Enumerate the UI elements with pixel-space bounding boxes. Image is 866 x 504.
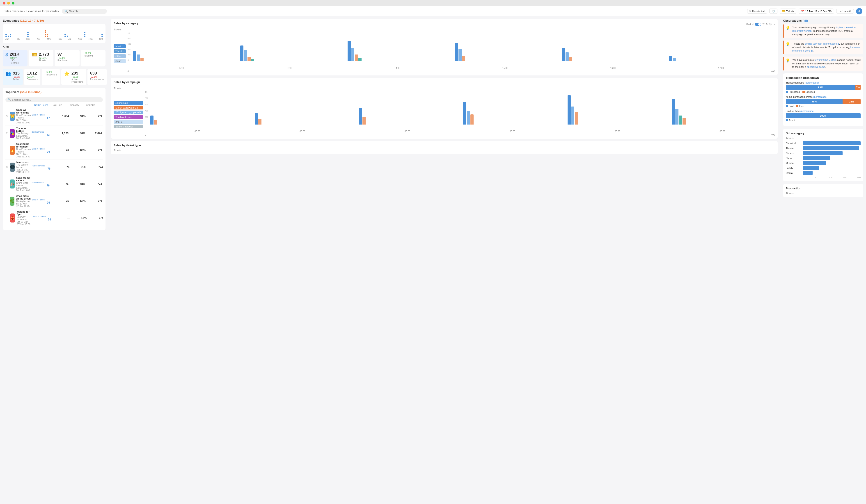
kpi-row-2: 👥 913 -15.2% Active 1,012 +22.1% Custome…	[3, 69, 106, 85]
purchased-bar: 93%	[786, 85, 855, 90]
event-sold: Sold in Period 76	[32, 198, 50, 204]
shortlist-search[interactable]: 🔍 Shortlist events...	[5, 97, 103, 102]
bar-group-1200	[133, 51, 239, 61]
performances-value: 639	[90, 71, 104, 76]
event-sold: Sold in Period 76	[33, 215, 51, 221]
history-icon: 🕐	[772, 10, 775, 13]
event-capacity: 91%	[70, 165, 86, 169]
bar-group-1300	[240, 46, 346, 61]
campaign-2for1[interactable]: 2 for 1	[114, 120, 143, 124]
campaign-youth[interactable]: Youth outreach	[114, 115, 143, 119]
category-theatre[interactable]: Theatre	[114, 49, 126, 53]
sales-by-category: Sales by category Period ▽ ↻ ⓘ ··· Ticke…	[111, 19, 778, 76]
info-icon[interactable]: ⓘ	[769, 23, 771, 26]
event-total-sold: 76	[51, 182, 68, 185]
event-sold: Sold in Period 76	[32, 147, 50, 153]
period-toggle-switch[interactable]	[755, 23, 761, 26]
obs-text-1: Your current campaign has significantly …	[792, 26, 862, 36]
search-input[interactable]	[69, 10, 104, 13]
search-box[interactable]: 🔍	[62, 9, 107, 14]
maximize-button[interactable]	[12, 2, 14, 4]
event-row[interactable]: ⛵ Seas are for sailors Grand Vista theat…	[5, 175, 103, 193]
returned-label: Returned	[84, 55, 103, 57]
sub-category-list: Classical Theatre Concert Show Musical	[786, 141, 861, 175]
obs-link-3[interactable]: increase the price in zone B	[792, 46, 860, 52]
refresh-icon[interactable]: ↻	[766, 23, 768, 26]
period-toggle[interactable]: Period ▽ ↻ ⓘ ···	[746, 23, 775, 26]
event-bar: 100%	[786, 113, 861, 118]
tickets-button[interactable]: 🎫 Tickets	[780, 9, 796, 14]
event-row[interactable]: 3 🌑 In absence The culture house Sat 12 …	[5, 159, 103, 175]
bar-group-1400	[347, 41, 454, 61]
active-change: -15.2%	[13, 76, 20, 78]
category-other[interactable]: Other	[114, 54, 126, 58]
revenue-value: 201K	[10, 52, 19, 57]
history-button[interactable]: 🕐	[769, 9, 777, 14]
event-available: 774	[87, 165, 103, 169]
sub-cat-concert: Concert	[786, 151, 861, 155]
event-total-sold: 1,634	[51, 115, 69, 118]
event-row[interactable]: 5 👑 Once we were kings New Poseidon Thea…	[5, 107, 103, 125]
minimize-button[interactable]	[7, 2, 10, 4]
titlebar	[0, 0, 866, 6]
returned-change: +22.1%	[84, 52, 103, 55]
title-text: Sales overview	[3, 10, 23, 13]
event-total-sold: 1,123	[51, 132, 68, 135]
performances-change: -22.1%	[90, 76, 104, 78]
event-row[interactable]: 🎪 Waiting for April Gateway showroom Sat…	[5, 209, 103, 227]
campaign-bar-1	[150, 115, 254, 125]
event-capacity: 83%	[70, 149, 86, 152]
category-sport[interactable]: Sport	[114, 59, 126, 63]
tickets-label-kpi: Tickets	[39, 59, 49, 62]
kpi-active: 👥 913 -15.2% Active	[3, 69, 23, 85]
main-content: Event dates (18.2.'19 - 7.3.'19)	[0, 16, 866, 504]
more-icon[interactable]: ···	[773, 23, 775, 26]
event-thumbnail: 👑	[10, 112, 15, 121]
tickets-change: +21.2%	[39, 57, 49, 59]
event-row[interactable]: 🔥 Gearing up for danger New Poseidon The…	[5, 141, 103, 159]
date-range-button[interactable]: 📅 17 Jan. '19 - 18 Jan. '19	[799, 9, 834, 14]
ticket-icon: 🎫	[782, 10, 785, 13]
deselect-all-button[interactable]: ✕ Deselect all	[747, 9, 767, 13]
paid-bar: 76%	[786, 99, 843, 104]
top-events-section: Top Event (sold in Period) 🔍 Shortlist e…	[3, 88, 106, 230]
productions-label: Productions	[71, 81, 84, 83]
event-available: 774	[86, 182, 102, 185]
filter-icon[interactable]: ▽	[763, 23, 764, 26]
event-dates-section: Event dates (18.2.'19 - 7.3.'19)	[3, 19, 106, 43]
page-title: Sales overview - Ticket sales for yester…	[3, 10, 59, 13]
event-capacity: 48%	[69, 182, 85, 185]
ticket-type-title: Sales by ticket type	[114, 144, 775, 147]
event-row[interactable]: 2 🎭 The new purple The Railway Sat 12 Ma…	[5, 125, 103, 141]
kpis-label: KPIs	[3, 45, 106, 48]
observation-2: 💡 Tickets are selling very fast in price…	[783, 40, 863, 54]
obs-link-2[interactable]: selling very fast in price zone B	[805, 42, 839, 45]
event-total-sold: 76	[51, 199, 69, 203]
sales-by-campaign: Sales by campaign Tickets Spring sale Ma…	[111, 78, 778, 139]
period-button[interactable]: ···· 1 month	[836, 9, 854, 14]
purchased-value: 97	[57, 52, 77, 57]
rank-badge: 5	[6, 115, 8, 117]
close-button[interactable]	[3, 2, 5, 4]
timeline-chart: Jan Feb Mar Apr May Jun Jul Aug Sep Oct	[3, 24, 106, 43]
obs-link-5[interactable]: special welcome	[807, 66, 825, 68]
campaign-seniors[interactable]: Seniors_special	[114, 125, 143, 128]
campaign-march2[interactable]: 2019_march_supersale	[114, 111, 143, 114]
category-music[interactable]: Music	[114, 44, 126, 48]
obs-link-4[interactable]: 22 first-time visitors	[815, 59, 836, 61]
event-total-sold: —	[52, 216, 70, 220]
items-legend: Paid Free	[786, 105, 861, 107]
event-row[interactable]: 🌿 Once more on the green The Alphonso Sa…	[5, 193, 103, 209]
sub-cat-family: Family	[786, 166, 861, 170]
user-avatar[interactable]: A	[856, 8, 863, 14]
center-panel: Sales by category Period ▽ ↻ ⓘ ··· Ticke…	[108, 16, 780, 504]
sub-cat-theatre: Theatre	[786, 146, 861, 150]
event-sold: Sold in Period 63	[32, 130, 49, 137]
active2-label: Active	[71, 78, 84, 81]
kpi-customers: 1,012 +22.1% Customers	[24, 69, 40, 85]
campaign-spring[interactable]: Spring sale	[114, 101, 143, 105]
kpi-returned: +22.1% Returned	[81, 50, 106, 67]
obs-link-1[interactable]: higher conversion rates with women	[792, 26, 856, 32]
campaign-march[interactable]: March extravaganza	[114, 106, 143, 110]
title-subtitle: - Ticket sales for yesterday	[24, 10, 59, 13]
